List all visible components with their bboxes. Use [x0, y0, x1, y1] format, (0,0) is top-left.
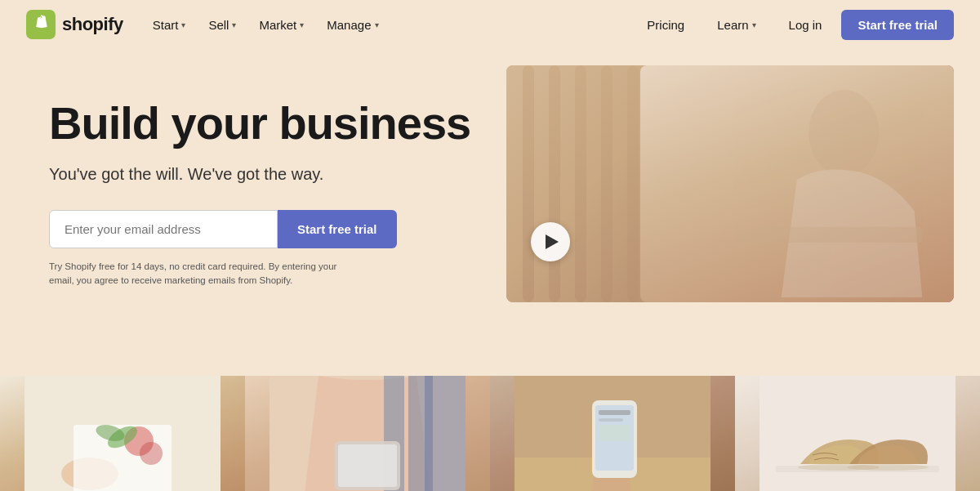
- hero-person-image: [640, 65, 954, 302]
- hero-section: Build your business You've got the will.…: [0, 49, 980, 376]
- svg-rect-24: [760, 376, 956, 491]
- gallery-image-shoes: [735, 376, 980, 491]
- hero-title: Build your business: [49, 98, 474, 149]
- svg-rect-22: [599, 418, 623, 422]
- hero-image-bg: [506, 65, 954, 302]
- chevron-down-icon: ▾: [375, 20, 379, 29]
- svg-point-10: [94, 422, 126, 444]
- gallery: [0, 376, 980, 491]
- hero-left: Build your business You've got the will.…: [49, 65, 474, 288]
- nav-learn-link[interactable]: Learn ▾: [704, 11, 768, 38]
- svg-point-4: [61, 458, 118, 490]
- gallery-item-4: [735, 376, 980, 491]
- gallery-item-1: [0, 376, 245, 491]
- nav-pricing-link[interactable]: Pricing: [634, 11, 697, 38]
- hero-start-trial-button[interactable]: Start free trial: [278, 210, 397, 248]
- gallery-image-phone: [490, 376, 735, 491]
- nav-item-manage[interactable]: Manage ▾: [317, 11, 388, 38]
- nav-item-start[interactable]: Start ▾: [143, 11, 196, 38]
- shopify-logo-icon: [26, 10, 56, 39]
- logo-text: shopify: [62, 14, 123, 35]
- hero-image: [506, 65, 954, 302]
- nav-links: Start ▾ Sell ▾ Market ▾ Manage ▾: [143, 11, 635, 38]
- svg-rect-19: [592, 400, 637, 478]
- svg-rect-15: [335, 441, 400, 490]
- chevron-down-icon: ▾: [300, 20, 304, 29]
- chevron-down-icon: ▾: [232, 20, 236, 29]
- hero-subtitle: You've got the will. We've got the way.: [49, 165, 474, 184]
- logo[interactable]: shopify: [26, 10, 123, 39]
- svg-rect-12: [384, 376, 404, 491]
- svg-point-1: [809, 90, 880, 176]
- svg-rect-18: [514, 458, 710, 491]
- svg-rect-23: [599, 425, 630, 441]
- gallery-image-tablet: [245, 376, 490, 491]
- svg-rect-21: [599, 410, 630, 415]
- svg-rect-11: [270, 376, 466, 491]
- svg-rect-6: [74, 425, 172, 491]
- svg-rect-14: [425, 376, 466, 491]
- svg-rect-16: [338, 444, 397, 487]
- gallery-item-2: [245, 376, 490, 491]
- svg-rect-17: [514, 376, 710, 491]
- svg-point-9: [105, 422, 141, 452]
- svg-rect-2: [734, 227, 922, 243]
- nav-item-market[interactable]: Market ▾: [249, 11, 314, 38]
- nav-item-sell[interactable]: Sell ▾: [198, 11, 246, 38]
- nav-start-trial-button[interactable]: Start free trial: [841, 10, 954, 40]
- svg-point-8: [140, 442, 163, 465]
- play-button[interactable]: [531, 222, 570, 261]
- svg-rect-20: [595, 405, 634, 471]
- hero-disclaimer: Try Shopify free for 14 days, no credit …: [49, 260, 351, 288]
- nav-login-link[interactable]: Log in: [776, 11, 835, 38]
- navbar: shopify Start ▾ Sell ▾ Market ▾ Manage ▾…: [0, 0, 980, 49]
- chevron-down-icon: ▾: [752, 20, 756, 29]
- hero-person-svg: [640, 65, 954, 302]
- gallery-item-3: [490, 376, 735, 491]
- hero-form: Start free trial: [49, 210, 474, 248]
- svg-point-26: [798, 464, 880, 471]
- svg-rect-25: [776, 466, 939, 472]
- email-input[interactable]: [49, 210, 278, 248]
- svg-point-7: [124, 426, 154, 456]
- svg-point-27: [847, 464, 929, 471]
- svg-rect-13: [408, 376, 433, 491]
- chevron-down-icon: ▾: [181, 20, 185, 29]
- play-icon: [546, 234, 559, 249]
- gallery-image-notebook: [0, 376, 245, 491]
- svg-rect-3: [24, 376, 220, 491]
- nav-right: Pricing Learn ▾ Log in Start free trial: [634, 10, 954, 40]
